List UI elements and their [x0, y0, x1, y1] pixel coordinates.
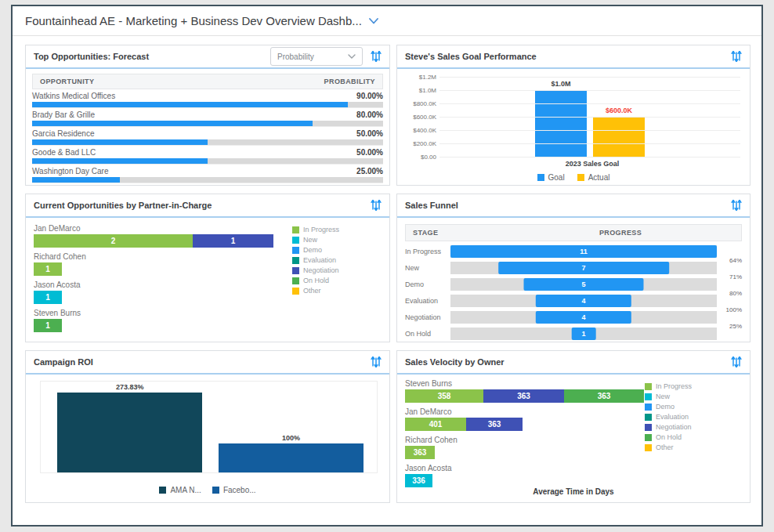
column-probability: PROBABILITY	[324, 78, 375, 85]
funnel-bar-track: 11	[450, 245, 717, 258]
bar-segment-new[interactable]: 1	[34, 291, 62, 304]
stacked-bar: 336	[405, 474, 656, 487]
column-progress: PROGRESS	[500, 229, 741, 237]
goal-bar[interactable]: $1.0M	[535, 90, 587, 157]
legend-label: Goal	[548, 173, 565, 182]
chart-settings-icon[interactable]	[731, 356, 742, 367]
funnel-bar-fill[interactable]: 1	[572, 328, 596, 340]
opportunity-row[interactable]: Garcia Residence50.00%	[32, 127, 383, 146]
roi-bar-facebo-[interactable]: 100%	[219, 443, 363, 472]
probability-dropdown[interactable]: Probability	[270, 47, 363, 66]
bar-segment-in-progress[interactable]: 363	[405, 446, 435, 459]
opportunity-name[interactable]: Brady Bar & Grille	[32, 110, 95, 119]
y-axis-tick-label: $0.00	[421, 154, 436, 161]
owner-name[interactable]: Richard Cohen	[405, 436, 656, 444]
chevron-down-icon[interactable]	[369, 18, 378, 24]
funnel-row: Evaluation4100%	[405, 295, 742, 307]
probability-bar-fill[interactable]	[32, 102, 348, 107]
probability-bar-track	[32, 139, 383, 145]
stacked-bar: 363	[405, 446, 656, 459]
funnel-row: Demo580%	[405, 278, 742, 291]
funnel-bar-fill[interactable]: 5	[524, 278, 644, 291]
legend-swatch	[292, 226, 299, 233]
page-title[interactable]: Fountainhead AE - Marketing + Business D…	[25, 14, 362, 27]
opportunity-row-line: Washington Day Care25.00%	[32, 167, 383, 176]
opportunity-rows: Watkins Medical Offices90.00%Brady Bar &…	[32, 89, 383, 183]
panel-body: Jan DeMarco21Richard Cohen1Jason Acosta1…	[26, 218, 389, 342]
bar-segment-new[interactable]: 336	[405, 474, 432, 487]
funnel-row: Negotiation425%	[405, 311, 742, 324]
funnel-stage-label: On Hold	[405, 330, 450, 338]
legend-label: Evaluation	[303, 256, 336, 264]
bar-segment-on-hold[interactable]: 1	[34, 319, 62, 332]
bar-segment-negotiation[interactable]: 1	[193, 234, 273, 248]
y-axis-tick-label: $1.2M	[419, 74, 436, 81]
owner-name[interactable]: Jason Acosta	[405, 464, 656, 472]
bar-segment-in-progress[interactable]: 2	[34, 234, 193, 248]
funnel-row: New771%	[405, 262, 742, 274]
stacked-bar: 21	[34, 234, 296, 248]
opportunity-row[interactable]: Watkins Medical Offices90.00%	[32, 89, 383, 108]
bar-segment-negotiation[interactable]: 363	[466, 418, 523, 431]
legend-item-evaluation: Evaluation	[292, 256, 339, 264]
opportunity-row[interactable]: Goode & Bad LLC50.00%	[32, 146, 383, 165]
owner-name[interactable]: Jan DeMarco	[405, 407, 656, 416]
opportunity-name[interactable]: Washington Day Care	[32, 167, 108, 176]
owner-row: Richard Cohen1	[34, 252, 296, 276]
owner-name[interactable]: Steven Burns	[34, 309, 296, 317]
legend-swatch	[292, 267, 299, 274]
funnel-bar-fill[interactable]: 11	[450, 245, 717, 258]
owner-row: Steven Burns358363363	[405, 379, 656, 403]
opportunity-row[interactable]: Brady Bar & Grille80.00%	[32, 108, 383, 127]
stage-legend: In ProgressNewDemoEvaluationNegotiationO…	[292, 226, 339, 297]
owner-name[interactable]: Steven Burns	[405, 379, 656, 388]
legend-swatch	[645, 383, 652, 390]
legend-item-other: Other	[292, 287, 339, 295]
legend-label: In Progress	[656, 382, 692, 390]
dashboard-grid: Top Opportunities: Forecast Probability	[13, 36, 761, 503]
probability-bar-fill[interactable]	[32, 121, 313, 126]
bar-segment-in-progress[interactable]: 358	[405, 389, 483, 403]
legend-item-ama-n-: AMA N...	[159, 486, 201, 494]
funnel-bar-fill[interactable]: 7	[498, 262, 669, 274]
roi-plot-area: 273.83%100%	[40, 381, 378, 473]
bar-segment-in-progress[interactable]: 401	[405, 418, 466, 431]
funnel-bar-fill[interactable]: 4	[536, 311, 631, 324]
legend-swatch	[645, 414, 652, 421]
legend-label: New	[303, 236, 317, 244]
panel-body: $1.0M$600.0K $1.2M$1.0M$800.0K$600.0K$40…	[397, 69, 750, 185]
stacked-bar: 1	[34, 319, 296, 332]
opportunity-name[interactable]: Goode & Bad LLC	[32, 148, 96, 157]
panel-header: Sales Funnel	[397, 194, 750, 218]
probability-bar-fill[interactable]	[32, 139, 208, 145]
bar-segment-negotiation[interactable]: 363	[483, 389, 564, 403]
legend-label: Other	[656, 443, 674, 451]
legend-swatch	[645, 393, 652, 400]
legend-label: Demo	[656, 403, 675, 411]
legend-swatch	[537, 174, 544, 181]
chart-settings-icon[interactable]	[371, 200, 382, 211]
chart-settings-icon[interactable]	[731, 200, 742, 211]
gridline	[439, 143, 740, 144]
legend-label: Demo	[303, 246, 322, 254]
bar-segment-on-hold[interactable]: 363	[564, 389, 644, 403]
actual-bar[interactable]: $600.0K	[593, 117, 645, 157]
bar-segment-in-progress[interactable]: 1	[34, 262, 62, 276]
probability-bar-fill[interactable]	[32, 158, 208, 164]
chart-settings-icon[interactable]	[371, 51, 382, 62]
legend-label: Actual	[588, 173, 610, 182]
probability-bar-fill[interactable]	[32, 177, 120, 183]
opportunity-row[interactable]: Washington Day Care25.00%	[32, 165, 383, 183]
owner-name[interactable]: Richard Cohen	[34, 252, 296, 261]
chart-settings-icon[interactable]	[371, 356, 382, 367]
owner-name[interactable]: Jason Acosta	[34, 280, 296, 289]
funnel-bar-fill[interactable]: 4	[536, 295, 631, 307]
chart-settings-icon[interactable]	[731, 51, 742, 62]
probability-bar-track	[32, 158, 383, 164]
velocity-bar-rows: Steven Burns358363363Jan DeMarco401363Ri…	[405, 379, 656, 492]
roi-bar-ama-n-[interactable]: 273.83%	[57, 393, 201, 472]
opportunity-name[interactable]: Garcia Residence	[32, 129, 94, 138]
opportunity-name[interactable]: Watkins Medical Offices	[32, 92, 115, 100]
owner-row: Richard Cohen363	[405, 436, 656, 459]
owner-name[interactable]: Jan DeMarco	[34, 224, 296, 233]
